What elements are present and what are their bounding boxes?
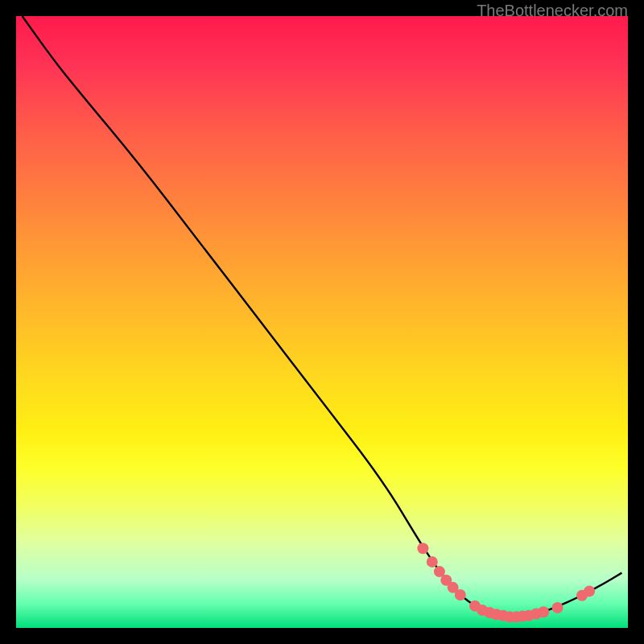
data-marker [417, 543, 428, 554]
plot-area [16, 16, 628, 628]
chart-svg [16, 16, 628, 628]
data-marker [538, 606, 549, 617]
data-marker [552, 602, 564, 613]
data-marker [455, 589, 466, 601]
chart-container: TheBottlenecker.com [0, 0, 644, 644]
bottleneck-curve [23, 16, 622, 617]
data-marker [584, 585, 595, 597]
data-marker [427, 556, 438, 568]
